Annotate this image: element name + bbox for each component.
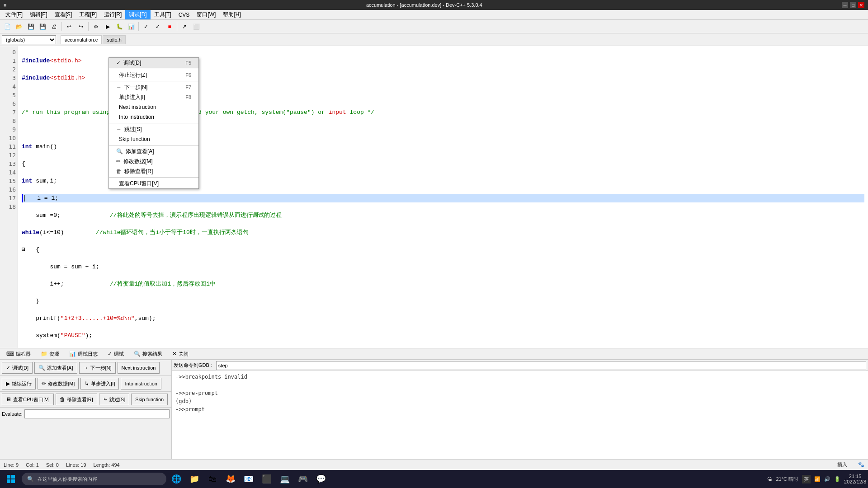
ctx-sep2: [109, 81, 198, 81]
sep2: [88, 22, 89, 31]
debug-toolbar-button[interactable]: 🐛: [114, 21, 125, 32]
next-instruction-button[interactable]: Next instruction: [118, 362, 160, 374]
modify-icon: ✏: [42, 380, 46, 387]
code-line-12: sum = sum + i;: [22, 263, 864, 271]
ctx-debug[interactable]: ✓调试[D] F5: [109, 58, 198, 68]
bottom-tab-debug[interactable]: ✓ 调试: [103, 349, 128, 358]
bottom-tab-debuglog[interactable]: 📊 调试日志: [65, 349, 102, 358]
check-syn-button[interactable]: ✓: [152, 21, 163, 32]
line-numbers: 0 1 2 3 4 5 6 7 8 9 10 11 12 13 14 15 16…: [0, 46, 18, 348]
bottom-tabs: ⌨ 编程器 📁 资源 📊 调试日志 ✓ 调试 🔍 搜索结果 ✕ 关闭: [0, 348, 868, 360]
save-all-button[interactable]: 💾: [37, 21, 48, 32]
sep3: [138, 22, 139, 31]
ctx-del-watch[interactable]: 🗑移除查看[R]: [109, 166, 198, 176]
next-step-button[interactable]: → 下一步[N]: [79, 362, 116, 374]
print-button[interactable]: 🖨: [49, 21, 60, 32]
ctx-next-instruction[interactable]: Next instruction: [109, 102, 198, 112]
remove-watch-button[interactable]: 🗑 移除查看[R]: [56, 394, 97, 405]
taskbar-app-explorer[interactable]: 📁: [186, 472, 203, 486]
taskbar-app-terminal[interactable]: 💻: [277, 472, 293, 486]
sep1: [61, 22, 62, 31]
taskbar-search-box[interactable]: 🔍 在这里输入你要搜索的内容: [22, 473, 166, 485]
bottom-tab-close[interactable]: ✕ 关闭: [168, 349, 193, 358]
menu-item-debug[interactable]: 调试[D]: [125, 10, 150, 19]
ctx-skip-s[interactable]: →跳过[S]: [109, 124, 198, 134]
profile-button[interactable]: 📊: [126, 21, 137, 32]
ctx-step-i[interactable]: 单步进入[I] F8: [109, 92, 198, 102]
redo-button[interactable]: ↪: [75, 21, 86, 32]
file-toolbar: (globals) accumulation.c stdio.h: [0, 33, 868, 46]
menu-item-cvs[interactable]: CVS: [175, 10, 193, 19]
search-icon: 🔍: [27, 476, 34, 482]
compile-button[interactable]: ⚙: [90, 21, 101, 32]
menu-item-file[interactable]: 文件[F]: [2, 10, 26, 19]
network-icon: 📶: [814, 476, 821, 482]
maximize-button[interactable]: □: [850, 2, 856, 8]
ctx-next-n[interactable]: →下一步[N] F7: [109, 82, 198, 92]
new-button[interactable]: 📄: [2, 21, 13, 32]
taskbar-app-firefox[interactable]: 🦊: [222, 472, 239, 486]
ctx-add-watch[interactable]: 🔍添加查看[A]: [109, 146, 198, 156]
skip-function-button[interactable]: Skip function: [131, 394, 168, 405]
close-button[interactable]: ✕: [858, 2, 864, 8]
step-into-icon: ↳: [85, 380, 89, 387]
file-tab-stdio[interactable]: stdio.h: [103, 35, 125, 44]
stop-button[interactable]: ■: [164, 21, 175, 32]
check-icon: ✓: [6, 365, 10, 371]
bottom-tab-search[interactable]: 🔍 搜索结果: [129, 349, 167, 358]
bottom-tab-resources[interactable]: 📁 资源: [36, 349, 64, 358]
ctx-sep3: [109, 123, 198, 123]
cpu-window-button[interactable]: 🖥 查看CPU窗口[V]: [2, 394, 54, 405]
ctx-stop[interactable]: 停止运行[Z] F6: [109, 70, 198, 80]
gdb-command-input[interactable]: [216, 361, 866, 370]
gdb-label-row: 发送命令到GDB：: [172, 360, 868, 371]
modify-data-button[interactable]: ✏ 修改数据[M]: [38, 378, 79, 389]
ctx-skip-fn[interactable]: Skip function: [109, 134, 198, 144]
file-tab-accumulation[interactable]: accumulation.c: [61, 35, 102, 44]
taskbar-app-vs[interactable]: ⬛: [259, 472, 275, 486]
undo-button[interactable]: ↩: [64, 21, 75, 32]
debug-buttons-row2: ▶ 继续运行 ✏ 修改数据[M] ↳ 单步进入[I] Into instruct…: [0, 376, 171, 392]
menu-item-edit[interactable]: 编辑[E]: [26, 10, 51, 19]
taskbar-app-game[interactable]: 🎮: [295, 472, 311, 486]
skip-button[interactable]: ⤷ 跳过[S]: [99, 394, 129, 405]
menu-item-run[interactable]: 运行[R]: [100, 10, 125, 19]
ctx-mod-data[interactable]: ✏修改数据[M]: [109, 156, 198, 166]
taskbar-search-placeholder: 在这里输入你要搜索的内容: [38, 476, 97, 483]
menu-item-help[interactable]: 帮助[H]: [219, 10, 244, 19]
scope-dropdown[interactable]: (globals): [2, 35, 56, 44]
save-button[interactable]: 💾: [25, 21, 36, 32]
ctx-cpu-window[interactable]: 查看CPU窗口[V]: [109, 178, 198, 188]
menu-bar: 文件[F]编辑[E]查看[S]工程[P]运行[R]调试[D]工具[T]CVS窗口…: [0, 10, 868, 20]
editor-icon: ⌨: [6, 351, 14, 357]
start-button[interactable]: [2, 472, 20, 486]
code-line-15: printf("1+2+3......+10=%d\n",sum);: [22, 314, 864, 323]
status-lines: Lines: 19: [66, 462, 86, 468]
title-bar: ■ accumulation - [accumulation.dev] - De…: [0, 0, 868, 10]
goto-button[interactable]: ↗: [179, 21, 190, 32]
debug-buttons-row3: 🖥 查看CPU窗口[V] 🗑 移除查看[R] ⤷ 跳过[S] Skip func…: [0, 392, 171, 408]
step-into-button[interactable]: ↳ 单步进入[I]: [80, 378, 119, 389]
menu-item-project[interactable]: 工程[P]: [75, 10, 100, 19]
debug-icon: ✓: [108, 351, 112, 357]
menu-item-search[interactable]: 查看[S]: [51, 10, 76, 19]
menu-item-tools[interactable]: 工具[T]: [151, 10, 175, 19]
open-button[interactable]: 📂: [14, 21, 24, 32]
taskbar-app-edge[interactable]: 🌐: [168, 472, 184, 486]
ctx-into-instruction[interactable]: Into instruction: [109, 112, 198, 122]
status-col: Col: 1: [26, 462, 39, 468]
add-watch-button[interactable]: 🔍 添加查看[A]: [34, 362, 77, 374]
check-button[interactable]: ✓: [141, 21, 151, 32]
debug-start-button[interactable]: ✓ 调试[D]: [2, 362, 33, 374]
taskbar-app-chat[interactable]: 💬: [313, 472, 329, 486]
taskbar-app-store[interactable]: 🛍: [204, 472, 221, 486]
run-button[interactable]: ▶: [102, 21, 113, 32]
into-instruction-button[interactable]: Into instruction: [121, 378, 161, 389]
minimize-button[interactable]: ─: [842, 2, 848, 8]
taskbar-app-misc[interactable]: 📧: [241, 472, 257, 486]
continue-button[interactable]: ▶ 继续运行: [2, 378, 36, 389]
bottom-tab-editor[interactable]: ⌨ 编程器: [2, 349, 35, 358]
evaluate-input[interactable]: [24, 409, 170, 418]
menu-item-window[interactable]: 窗口[W]: [193, 10, 219, 19]
misc-button[interactable]: ⬜: [191, 21, 202, 32]
